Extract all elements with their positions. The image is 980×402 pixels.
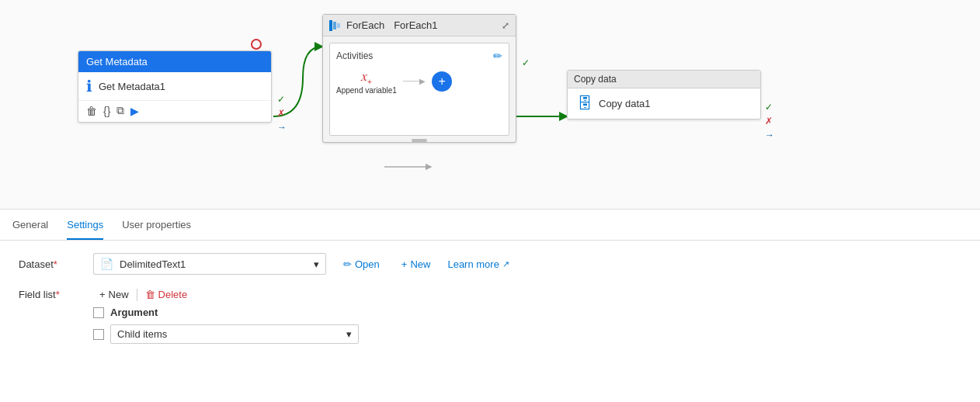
dataset-dropdown[interactable]: 📄 DelimitedText1 ▾ [93,253,326,275]
field-table-row-1: Child items ▾ [93,324,359,344]
dataset-dropdown-inner: 📄 DelimitedText1 [100,258,186,270]
dataset-label: Dataset* [19,258,81,270]
open-dataset-button[interactable]: ✏ Open [339,255,384,273]
child-items-chevron: ▾ [346,328,352,340]
child-items-value: Child items [117,328,167,340]
copy-data-label: Copy data1 [599,98,651,109]
foreach-body-label: ForEach1 [394,19,437,31]
learn-more-link[interactable]: Learn more ↗ [447,258,509,270]
header-checkbox[interactable] [93,307,104,318]
foreach-title-area: ForEach ForEach1 [329,19,438,31]
activities-header: Activities ✏ [336,50,502,62]
append-variable-label: Append variable1 [336,86,397,95]
success-connector: ✓ [277,94,287,105]
pipeline-canvas: Get Metadata ℹ Get Metadata1 🗑 {} ⧉ ▶ ✓ … [0,0,980,210]
tab-user-properties[interactable]: User properties [122,211,191,240]
add-activity-button[interactable]: + [432,71,452,92]
dataset-file-icon: 📄 [100,258,113,270]
copydata-success-connector: ✓ [765,102,774,113]
activities-label: Activities [336,50,373,61]
copydata-fail-connector: ✗ [765,116,774,126]
delete-icon[interactable]: 🗑 [86,105,97,117]
tabs-row: General Settings User properties [0,210,980,241]
foreach-node-header: ForEach ForEach1 ⤢ [323,15,516,36]
field-table-header: Argument [93,303,359,321]
foreach-side-connectors: ✓ [522,57,530,68]
dataset-chevron: ▾ [314,258,319,270]
foreach-title-label: ForEach [346,19,384,31]
json-icon[interactable]: {} [103,105,110,117]
append-variable-icon: 𝑥+ [361,68,372,86]
copy-icon[interactable]: ⧉ [116,104,124,117]
foreach-activities-area: Activities ✏ 𝑥+ Append variable1 ───▶ + [329,43,509,136]
foreach-icon [329,20,340,31]
plus-icon: + [401,258,408,270]
side-connectors: ✓ ✗ → [277,94,287,133]
copy-data-header: Copy data [568,71,760,88]
node-get-metadata-body: ℹ Get Metadata1 [78,72,271,100]
node-get-metadata-label: Get Metadata1 [99,81,165,92]
field-list-actions: + New 🗑 Delete [93,286,359,303]
new-field-button[interactable]: + New [93,286,135,303]
foreach-success-connector: ✓ [522,57,530,68]
node-get-metadata: Get Metadata ℹ Get Metadata1 🗑 {} ⧉ ▶ ✓ … [78,50,272,123]
arrow-connector: ───▶ [403,77,426,85]
field-list-label: Field list* [19,286,81,300]
tab-settings[interactable]: Settings [67,211,103,240]
copy-data-title: Copy data [574,74,617,85]
external-link-icon: ↗ [502,259,509,269]
copydata-side-connectors: ✓ ✗ → [765,102,774,140]
copydata-completion-connector: → [765,130,774,140]
node-get-metadata-footer: 🗑 {} ⧉ ▶ [78,100,271,122]
pencil-open-icon: ✏ [343,258,352,270]
append-variable-area: 𝑥+ Append variable1 ───▶ + [336,68,502,95]
dataset-value: DelimitedText1 [120,258,186,270]
collapse-handle[interactable] [412,139,427,142]
info-icon: ℹ [86,77,92,95]
delete-trash-icon: 🗑 [145,289,155,300]
new-dataset-button[interactable]: + New [397,255,436,273]
node-foreach: ForEach ForEach1 ⤢ Activities ✏ 𝑥+ Appen… [322,14,516,143]
field-list-row: Field list* + New 🗑 Delete [19,286,961,344]
tab-general[interactable]: General [12,211,48,240]
copy-data-body: 🗄 Copy data1 [568,88,760,119]
append-var-box: 𝑥+ Append variable1 [336,68,397,95]
settings-content: Dataset* 📄 DelimitedText1 ▾ ✏ Open + New… [0,241,980,367]
node-get-metadata-header: Get Metadata [78,51,271,72]
edit-activities-icon[interactable]: ✏ [493,50,502,62]
new-field-plus-icon: + [99,289,106,300]
argument-header-label: Argument [110,307,158,318]
field-list-content: + New 🗑 Delete Argument [93,286,359,344]
dataset-row: Dataset* 📄 DelimitedText1 ▾ ✏ Open + New… [19,253,961,275]
expand-icon[interactable]: ⤢ [502,20,509,31]
node-copy-data: Copy data 🗄 Copy data1 ✓ ✗ → [567,70,761,120]
fail-connector: ✗ [277,108,287,119]
completion-connector: → [277,122,287,133]
child-items-dropdown[interactable]: Child items ▾ [110,324,359,344]
row-checkbox[interactable] [93,329,104,340]
copy-data-db-icon: 🗄 [577,95,593,113]
bottom-panel: General Settings User properties Dataset… [0,210,980,367]
delete-field-button[interactable]: 🗑 Delete [139,286,194,303]
run-icon[interactable]: ▶ [130,105,139,117]
breakpoint-circle[interactable] [251,39,262,50]
divider [137,289,137,301]
